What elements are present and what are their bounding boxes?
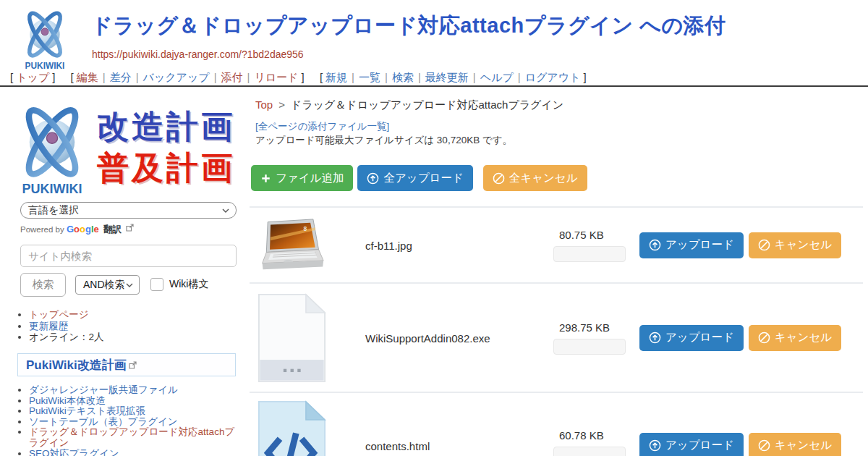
file-row-actions: アップロード キャンセル: [639, 325, 841, 351]
upload-button[interactable]: アップロード: [639, 433, 744, 456]
header-divider: [0, 85, 868, 87]
logo-line-fukyuu: 普及計画: [97, 147, 236, 188]
nav-link-recent[interactable]: 最終更新: [425, 71, 469, 83]
cancel-button[interactable]: キャンセル: [749, 325, 841, 351]
breadcrumb: Top>ドラッグ＆ドロップアップロード対応attachプラグイン: [255, 98, 563, 112]
ban-icon: [758, 332, 770, 344]
sidebar-link-dnd-attach[interactable]: ドラッグ＆ドロップアップロード対応attachプラグイン: [29, 426, 234, 448]
all-pages-attach-list-link[interactable]: [全ページの添付ファイル一覧]: [255, 120, 389, 133]
cancel-button[interactable]: キャンセル: [749, 433, 841, 456]
upload-progress-bar: [553, 339, 626, 355]
search-button[interactable]: 検索: [20, 273, 66, 297]
sidebar-link-recent-changes[interactable]: 更新履歴: [29, 321, 68, 332]
nav-separator: |: [473, 71, 476, 83]
upload-progress-bar: [553, 246, 626, 262]
site-search-input[interactable]: [20, 245, 237, 267]
upload-icon: [649, 332, 661, 344]
upload-progress-bar: [553, 447, 626, 456]
max-upload-size-text: アップロード可能最大ファイルサイズは 30,720KB です。: [255, 134, 512, 147]
logo-line-kaizou: 改造計画: [97, 106, 236, 147]
file-row: contents.html 60.78 KB アップロード キャンセル: [250, 392, 863, 456]
site-logo-text: 改造計画 普及計画: [97, 96, 236, 198]
file-name: cf-b11.jpg: [365, 239, 412, 251]
laptop-photo-thumbnail: 8: [257, 217, 326, 274]
list-item: PukiWiki本体改造: [29, 396, 237, 407]
sidebar-link-core-mod[interactable]: PukiWiki本体改造: [29, 395, 106, 406]
sidebar-link-seo-plugin[interactable]: SEO対応プラグイン: [29, 448, 119, 456]
upload-button[interactable]: アップロード: [639, 232, 744, 258]
page-title: ドラッグ＆ドロップアップロード対応attachプラグイン への添付: [91, 12, 726, 41]
breadcrumb-current: ドラッグ＆ドロップアップロード対応attachプラグイン: [291, 98, 563, 111]
upload-icon: [649, 439, 661, 452]
nav-link-help[interactable]: ヘルプ: [480, 71, 514, 83]
wiki-syntax-checkbox[interactable]: [150, 278, 163, 291]
external-link-icon: [126, 224, 134, 232]
nav-link-diff[interactable]: 差分: [110, 71, 132, 83]
nav-separator: |: [352, 71, 354, 83]
upload-toolbar: ファイル追加 全アップロード 全キャンセル: [251, 165, 587, 191]
nav-link-backup[interactable]: バックアップ: [143, 71, 210, 83]
cancel-button[interactable]: キャンセル: [749, 232, 841, 258]
file-name: WikiSupportAddin082.exe: [365, 332, 490, 344]
file-size-column: 298.75 KB: [553, 321, 633, 355]
list-item: ドラッグ＆ドロップアップロード対応attachプラグイン: [29, 427, 237, 448]
nav-separator: |: [214, 71, 217, 83]
nav-link-list[interactable]: 一覧: [359, 71, 380, 83]
nav-link-reload[interactable]: リロード: [254, 71, 298, 83]
list-item: PukiWikiテキスト表現拡張: [29, 406, 237, 417]
language-select[interactable]: 言語を選択: [20, 202, 237, 219]
search-mode-select[interactable]: AND検索: [75, 275, 140, 295]
file-size: 60.78 KB: [553, 429, 633, 442]
nav-link-top[interactable]: トップ: [16, 71, 49, 83]
search-mode-value: AND検索: [83, 279, 125, 290]
sidebar-link-text-ext[interactable]: PukiWikiテキスト表現拡張: [29, 405, 145, 416]
site-title-box: PukiWiki改造計画: [17, 353, 236, 376]
nav-bracket: [: [71, 71, 74, 83]
site-title-link[interactable]: PukiWiki改造計画: [26, 357, 127, 373]
nav-separator: |: [385, 71, 388, 83]
upload-button[interactable]: アップロード: [639, 325, 744, 351]
add-files-button[interactable]: ファイル追加: [251, 165, 353, 191]
file-size: 298.75 KB: [553, 321, 633, 334]
nav-bracket: ]: [583, 71, 586, 83]
upload-all-button[interactable]: 全アップロード: [357, 165, 472, 191]
sidebar-site-logo[interactable]: 改造計画 普及計画: [10, 96, 236, 198]
list-item: SEO対応プラグイン: [29, 449, 237, 456]
file-row: 8 cf-b11.jpg 80.75 KB アップロード キャンセル: [250, 206, 863, 282]
list-item: オンライン：2人: [29, 332, 104, 343]
nav-bracket: [: [10, 71, 13, 83]
pukiwiki-logo[interactable]: [10, 4, 80, 72]
sidebar-link-sort-table[interactable]: ソートテーブル（表）プラグイン: [29, 416, 178, 427]
cancel-all-button[interactable]: 全キャンセル: [483, 165, 587, 191]
upload-icon: [367, 172, 379, 185]
list-item: 更新履歴: [29, 321, 104, 332]
nav-separator: |: [418, 71, 421, 83]
chevron-down-icon: [126, 283, 133, 287]
nav-link-logout[interactable]: ログアウト: [525, 71, 581, 83]
nav-separator: |: [136, 71, 139, 83]
ban-icon: [493, 172, 505, 185]
nav-link-search[interactable]: 検索: [392, 71, 414, 83]
nav-separator: |: [247, 71, 250, 83]
sidebar-top-links: トップページ 更新履歴 オンライン：2人: [0, 309, 104, 343]
sidebar-link-common-files[interactable]: ダジャレンジャー版共通ファイル: [29, 384, 178, 395]
nav-link-edit[interactable]: 編集: [77, 71, 98, 83]
ban-icon: [758, 439, 770, 452]
nav-bracket: [: [320, 71, 323, 83]
svg-text:8: 8: [304, 225, 307, 232]
nav-link-new[interactable]: 新規: [326, 71, 347, 83]
search-controls-row: 検索 AND検索 Wiki構文: [20, 272, 208, 297]
nav-link-attach[interactable]: 添付: [221, 71, 243, 83]
nav-separator: |: [518, 71, 521, 83]
translate-link[interactable]: 翻訳: [103, 224, 122, 235]
file-row-actions: アップロード キャンセル: [639, 433, 841, 456]
pukiwiki-atom-icon: [10, 96, 94, 198]
sidebar-link-toppage[interactable]: トップページ: [29, 309, 89, 320]
wiki-syntax-label: Wiki構文: [169, 278, 208, 291]
breadcrumb-separator: >: [278, 98, 285, 111]
powered-by-label: Powered by: [20, 225, 64, 234]
main-content: Top>ドラッグ＆ドロップアップロード対応attachプラグイン [全ページの添…: [250, 93, 868, 456]
file-row-actions: アップロード キャンセル: [639, 232, 841, 258]
page-url: https://pukiwiki.dajya-ranger.com/?1bd2d…: [92, 48, 304, 60]
breadcrumb-top-link[interactable]: Top: [255, 98, 273, 111]
